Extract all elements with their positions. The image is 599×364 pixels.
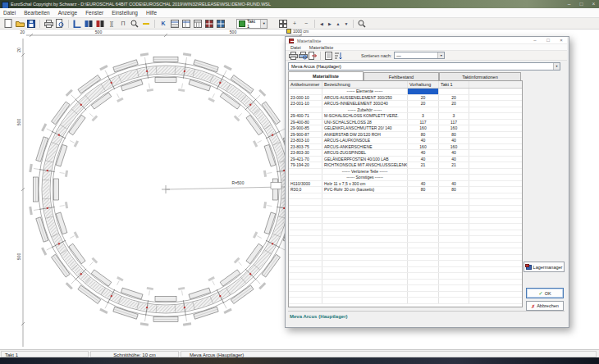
dialog-sort-button[interactable]	[333, 51, 343, 60]
measure-button[interactable]	[140, 19, 152, 29]
menu-anzeige[interactable]: Anzeige	[58, 10, 78, 16]
close-icon[interactable]: ×	[588, 1, 599, 7]
takt-cube-icon	[239, 20, 245, 27]
sort-combobox[interactable]: — ▼	[394, 52, 445, 59]
column-header-artikelnummer[interactable]: Artikelnummer	[289, 81, 322, 88]
zoom-window-button[interactable]	[356, 19, 368, 29]
pan-left-button[interactable]: ◀	[318, 19, 326, 29]
takt-list-button[interactable]	[192, 19, 203, 29]
table-row[interactable]: 23-803-75ARCUS-ANKERSCHIENE160160	[289, 144, 522, 151]
statistics-button[interactable]: K	[158, 19, 169, 29]
window-layout-button[interactable]	[215, 19, 226, 29]
status-takt: Takt 1	[1, 351, 89, 357]
table-row[interactable]: 29-400-71M-SCHALSCHLOSS KOMPLETT VERZ.33	[289, 113, 522, 120]
dialog-minimize-icon[interactable]: –	[529, 38, 541, 43]
table-row[interactable]: 23-001-10ARCUS-INNENELEMENT 300/2402020	[289, 101, 522, 107]
table-row[interactable]: H110/3000Holz 11 x 7,5 x 300 cm4040	[289, 181, 522, 188]
view-elevation-button[interactable]	[83, 19, 94, 29]
table-row[interactable]: 23-000-10ARCUS-AUSSENELEMENT 300/2502020	[289, 95, 522, 102]
dimension-label: 500	[230, 30, 237, 34]
view-3d-button[interactable]	[94, 19, 106, 29]
table-header: Artikelnummer Bezeichnung Vorhaltung Tak…	[289, 81, 522, 89]
stock-combobox-value: Meva Arcus (Hauptlager)	[291, 64, 341, 69]
dimension-button[interactable]: Π	[117, 19, 129, 29]
tab-materialliste[interactable]: Materialliste	[288, 71, 364, 80]
new-file-button[interactable]	[2, 19, 14, 29]
column-header-vorhaltung[interactable]: Vorhaltung	[408, 81, 439, 88]
table-empty-row	[289, 255, 522, 262]
table-row[interactable]: 29-421-70GELÄNDERPFOSTEN 40/100 LAB4040	[289, 157, 522, 163]
tab-taktinformationen[interactable]: Taktinformationen	[439, 72, 521, 80]
table-row[interactable]: 23-803-10ARCUS-LAUFKONSOLE4040	[289, 138, 522, 144]
zoom-select-button[interactable]	[129, 19, 140, 29]
table-row[interactable]: 23-803-30ARCUS-ZUGSPINDEL4040	[289, 150, 522, 157]
pan-right-button[interactable]: ▶	[326, 19, 334, 29]
dialog-print-preview-button[interactable]	[298, 51, 308, 60]
view-plan-button[interactable]	[71, 19, 83, 29]
ok-button[interactable]: ✓ OK	[526, 288, 564, 298]
save-button[interactable]	[25, 19, 37, 29]
section-button[interactable]: ][	[106, 19, 117, 29]
window-title: EuroSchal Copyright by Schwarz - D:\EURO…	[11, 2, 271, 7]
maximize-icon[interactable]: □	[576, 1, 587, 7]
print-preview-icon	[56, 19, 64, 28]
open-file-button[interactable]	[14, 19, 25, 29]
table-row[interactable]: 29-900-85GELENKFLANSCHMUTTER 20/ 1401601…	[289, 125, 522, 132]
stock-combobox[interactable]: Meva Arcus (Hauptlager) ▼	[288, 62, 560, 71]
arrow-left-icon: ◀	[320, 20, 323, 28]
table-empty-row	[289, 285, 522, 292]
zoom-in-button[interactable]: +	[289, 19, 300, 29]
table-row[interactable]: R30,0PVC-Rohr 30 cm (bauseits)8080	[289, 187, 522, 193]
measure-icon	[142, 20, 150, 28]
minimize-icon[interactable]: –	[564, 1, 574, 7]
zoom-out-button[interactable]: −	[300, 19, 312, 29]
dialog-menu-datei[interactable]: Datei	[290, 45, 301, 50]
table-row[interactable]: ------ Verlorene Teile ------	[289, 169, 522, 175]
lagermanager-button[interactable]: Lagermanager	[524, 262, 565, 272]
dialog-report-button[interactable]	[323, 51, 333, 60]
plan-view-icon	[73, 20, 81, 28]
menu-hilfe[interactable]: Hilfe	[146, 10, 157, 16]
statistics-icon: K	[161, 20, 165, 28]
table-row[interactable]: 29-900-87ANKERSTAB DW 20/120 ROH8080	[289, 132, 522, 139]
takt-selector[interactable]: Takt 1 ▼	[236, 19, 267, 29]
table-row[interactable]: ------ Elemente ------	[289, 89, 522, 95]
sort-label: Sortieren nach:	[361, 53, 391, 58]
tab-fehlbestand[interactable]: Fehlbestand	[364, 72, 439, 80]
material-list-button[interactable]	[169, 19, 181, 29]
color-view-button[interactable]	[203, 19, 215, 29]
menu-datei[interactable]: Datei	[3, 10, 16, 16]
column-header-bezeichnung[interactable]: Bezeichnung	[322, 81, 408, 88]
table-empty-row	[289, 212, 522, 218]
table-row[interactable]: ------ Sonstiges ------	[289, 175, 522, 181]
window-titlebar: EuroSchal Copyright by Schwarz - D:\EURO…	[0, 0, 599, 8]
table-row[interactable]: 29-400-80UNI-SCHALSCHLOSS 28117117	[289, 120, 522, 126]
print-preview-button[interactable]	[54, 19, 66, 29]
menu-bearbeiten[interactable]: Bearbeiten	[24, 10, 49, 16]
print-button[interactable]	[43, 19, 54, 29]
dialog-toolbar: Sortieren nach: — ▼	[286, 51, 567, 61]
cancel-button[interactable]: ✗ Abbrechen	[526, 301, 564, 311]
table-row[interactable]: ------ Zubehör ------	[289, 107, 522, 114]
dialog-export-button[interactable]	[308, 51, 318, 60]
table-row[interactable]: 79-194-20RICHTKONSOLE MIT ANSCHLUSSGELEN…	[289, 162, 522, 169]
pan-up-button[interactable]: ▲	[334, 19, 342, 29]
column-header-takt1[interactable]: Takt 1	[439, 81, 469, 88]
check-icon: ✓	[538, 290, 542, 297]
print-preview-icon	[299, 52, 308, 60]
dialog-print-button[interactable]	[288, 51, 298, 60]
menu-fenster[interactable]: Fenster	[85, 10, 103, 16]
dialog-close-icon[interactable]: ×	[556, 38, 567, 43]
element-list-button[interactable]	[181, 19, 192, 29]
material-table: Artikelnummer Bezeichnung Vorhaltung Tak…	[288, 80, 523, 307]
table-empty-row	[289, 261, 522, 267]
dialog-titlebar[interactable]: Materialliste – □ ×	[286, 37, 567, 44]
menu-einstellung[interactable]: Einstellung	[112, 10, 138, 16]
elevation-view-icon	[85, 20, 93, 28]
dialog-menu-materialliste[interactable]: Materialliste	[309, 45, 333, 50]
table-empty-row	[289, 273, 522, 280]
dialog-maximize-icon[interactable]: □	[542, 38, 554, 43]
table-empty-row	[289, 280, 522, 286]
overview-button[interactable]	[277, 19, 289, 29]
pan-down-button[interactable]: ▼	[342, 19, 350, 29]
